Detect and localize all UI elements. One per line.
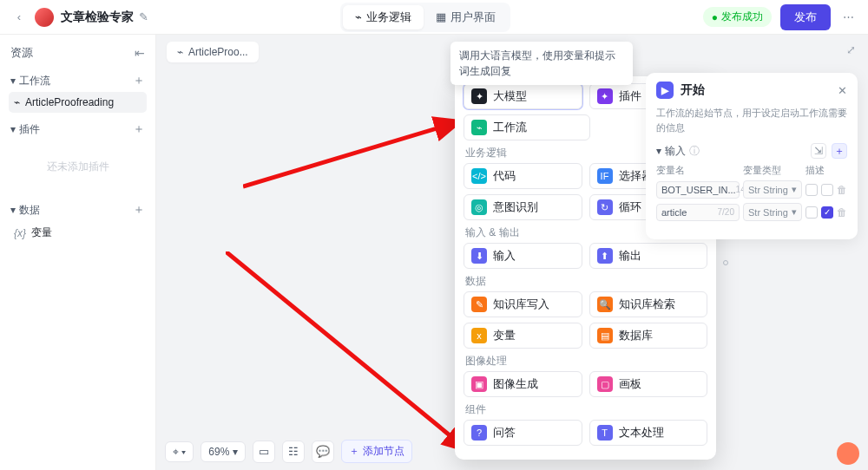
- col-desc-header: 描述: [806, 164, 825, 177]
- workflow-item-icon: ⌁: [14, 96, 20, 108]
- workflow-node-icon: ⌁: [471, 120, 487, 135]
- annotation-arrow-2: [226, 251, 477, 460]
- expand-icon[interactable]: ⤢: [846, 43, 856, 56]
- image-gen-icon: ▣: [471, 376, 487, 392]
- variable-required-checkbox[interactable]: [806, 184, 818, 196]
- node-tooltip: 调用大语言模型，使用变量和提示词生成回复: [450, 42, 633, 85]
- variable-row: article7/20 Str String▾ ✓ 🗑: [656, 203, 847, 221]
- chevron-down-icon: ▾: [656, 145, 661, 157]
- publish-button[interactable]: 发布: [780, 4, 831, 30]
- node-category-component: 组件: [465, 402, 707, 417]
- workflow-icon: ⌁: [355, 10, 362, 23]
- collapse-sidebar-icon[interactable]: ⇤: [135, 46, 145, 60]
- canvas[interactable]: ⌁ ArticleProo... ⤢ 调用大语言模型，使用变量和提示词生成回复 …: [156, 35, 868, 470]
- sidebar-section-data[interactable]: ▾数据 ＋: [9, 199, 147, 221]
- zoom-dropdown[interactable]: 69% ▾: [201, 441, 246, 462]
- input-icon: ⬇: [471, 248, 487, 264]
- layout-button[interactable]: ☷: [282, 441, 305, 463]
- col-type-header: 变量类型: [743, 164, 806, 177]
- inspector-description: 工作流的起始节点，用于设定启动工作流需要的信息: [656, 106, 847, 134]
- cursor-mode-button[interactable]: ⌖ ▾: [165, 441, 194, 462]
- node-option-qa[interactable]: ?问答: [464, 420, 582, 446]
- sidebar-item-workflow[interactable]: ⌁ ArticleProofreading: [9, 92, 147, 113]
- chevron-down-icon: ▾: [792, 206, 797, 218]
- add-data-icon[interactable]: ＋: [133, 202, 145, 218]
- more-menu-icon[interactable]: ⋯: [839, 10, 858, 23]
- add-workflow-icon[interactable]: ＋: [133, 73, 145, 88]
- variable-visible-checkbox[interactable]: ✓: [821, 206, 833, 219]
- sidebar-item-variable[interactable]: {x} 变量: [9, 221, 147, 245]
- start-node-icon: ▶: [656, 82, 674, 99]
- node-option-database[interactable]: ▤数据库: [589, 323, 708, 349]
- comment-button[interactable]: 💬: [312, 441, 334, 463]
- chevron-down-icon: ▾: [10, 75, 16, 87]
- node-option-code[interactable]: </>代码: [464, 163, 582, 189]
- kb-write-icon: ✎: [471, 297, 487, 312]
- help-avatar[interactable]: [837, 442, 859, 465]
- workflow-icon: ⌁: [177, 46, 183, 58]
- intent-icon: ◎: [471, 199, 487, 215]
- chevron-down-icon: ▾: [10, 204, 16, 216]
- chevron-down-icon: ▾: [792, 184, 797, 195]
- col-name-header: 变量名: [656, 164, 743, 177]
- kb-search-icon: 🔍: [597, 297, 613, 312]
- node-option-output[interactable]: ⬆输出: [589, 243, 708, 269]
- variable-name-input[interactable]: article7/20: [656, 204, 740, 221]
- variable-icon: {x}: [14, 227, 26, 239]
- app-title: 文章检验专家: [61, 10, 134, 25]
- add-node-button[interactable]: ＋添加节点: [341, 440, 412, 463]
- tab-business-logic[interactable]: ⌁ 业务逻辑: [343, 5, 424, 29]
- variable-row: BOT_USER_IN...14/20 Str String▾ 🗑: [656, 180, 847, 199]
- info-icon[interactable]: ⓘ: [689, 144, 700, 159]
- sidebar-section-workflow[interactable]: ▾工作流 ＋: [9, 69, 147, 92]
- delete-variable-icon[interactable]: 🗑: [837, 206, 847, 219]
- variable-required-checkbox[interactable]: [806, 206, 818, 219]
- variable-type-select[interactable]: Str String▾: [743, 203, 802, 221]
- add-plugin-icon[interactable]: ＋: [133, 121, 145, 137]
- code-icon: </>: [471, 168, 487, 184]
- add-variable-button[interactable]: ＋: [832, 143, 847, 159]
- variable-node-icon: x: [471, 328, 487, 343]
- node-option-canvas[interactable]: ▢画板: [589, 371, 708, 397]
- plugin-icon: ✦: [597, 88, 613, 104]
- svg-line-1: [226, 251, 469, 451]
- view-tabs: ⌁ 业务逻辑 ▦ 用户界面: [340, 3, 510, 32]
- delete-variable-icon[interactable]: 🗑: [837, 184, 847, 196]
- node-option-kb-write[interactable]: ✎知识库写入: [464, 291, 582, 317]
- node-option-intent[interactable]: ◎意图识别: [464, 194, 582, 220]
- node-option-variable[interactable]: x变量: [464, 323, 582, 349]
- svg-line-0: [243, 121, 460, 186]
- variable-name-input[interactable]: BOT_USER_IN...14/20: [656, 181, 740, 199]
- sidebar-resources-label: 资源: [10, 45, 33, 61]
- sidebar-section-plugins[interactable]: ▾插件 ＋: [9, 118, 147, 140]
- node-option-image-gen[interactable]: ▣图像生成: [464, 371, 582, 397]
- node-option-workflow[interactable]: ⌁工作流: [464, 114, 590, 140]
- tab-user-interface[interactable]: ▦ 用户界面: [424, 5, 508, 29]
- variable-visible-checkbox[interactable]: [821, 184, 833, 196]
- import-variables-button[interactable]: ⇲: [811, 143, 826, 159]
- close-inspector-icon[interactable]: ✕: [838, 84, 847, 97]
- sidebar: 资源 ⇤ ▾工作流 ＋ ⌁ ArticleProofreading ▾插件 ＋ …: [0, 35, 156, 470]
- annotation-arrow-1: [243, 113, 469, 191]
- node-inspector-panel: ▶ 开始 ✕ 工作流的起始节点，用于设定启动工作流需要的信息 ▾输入ⓘ ⇲ ＋ …: [646, 73, 858, 239]
- plugins-empty-state: 还未添加插件: [9, 140, 147, 193]
- llm-icon: ✦: [471, 88, 487, 104]
- selector-icon: IF: [597, 168, 613, 184]
- node-category-data: 数据: [465, 274, 707, 289]
- variable-type-select[interactable]: Str String▾: [743, 180, 802, 199]
- fit-view-button[interactable]: ▭: [253, 441, 275, 463]
- node-option-kb-search[interactable]: 🔍知识库检索: [589, 291, 708, 317]
- node-option-text[interactable]: T文本处理: [589, 420, 708, 446]
- canvas-tab[interactable]: ⌁ ArticleProo...: [167, 42, 259, 62]
- success-dot-icon: ●: [712, 11, 718, 23]
- publish-status-badge: ● 发布成功: [703, 7, 772, 27]
- canvas-toolbar: ⌖ ▾ 69% ▾ ▭ ☷ 💬 ＋添加节点: [165, 440, 412, 463]
- inspector-title: 开始: [681, 82, 705, 98]
- node-option-input[interactable]: ⬇输入: [464, 243, 582, 269]
- text-icon: T: [597, 425, 613, 441]
- node-port[interactable]: [723, 260, 728, 265]
- canvas-icon: ▢: [597, 376, 613, 392]
- node-option-llm[interactable]: ✦大模型: [464, 83, 582, 109]
- back-button[interactable]: ‹: [10, 9, 28, 26]
- edit-icon[interactable]: ✎: [139, 10, 148, 23]
